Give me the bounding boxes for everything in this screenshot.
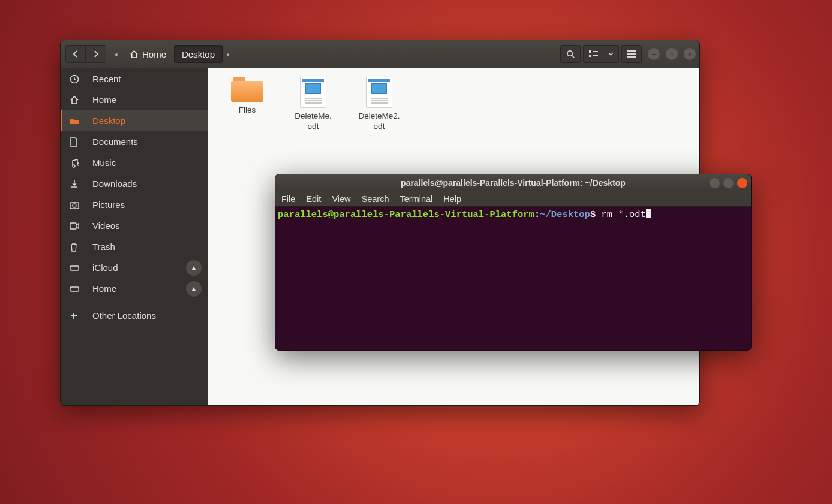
window-maximize-button[interactable]: ▫ — [666, 48, 678, 60]
sidebar-item-pictures[interactable]: Pictures — [61, 194, 208, 215]
sidebar: Recent Home Desktop Documents Music Down… — [61, 68, 208, 405]
document-icon — [70, 137, 80, 147]
terminal-titlebar[interactable]: parallels@parallels-Parallels-Virtual-Pl… — [275, 174, 751, 191]
music-icon — [70, 158, 80, 168]
eject-button[interactable]: ▲ — [186, 281, 202, 297]
svg-rect-13 — [70, 266, 79, 270]
svg-rect-4 — [589, 55, 591, 57]
sidebar-item-downloads[interactable]: Downloads — [61, 173, 208, 194]
prompt-dollar: $ — [590, 209, 602, 220]
sidebar-item-label: Home — [92, 283, 116, 294]
terminal-body[interactable]: parallels@parallels-Parallels-Virtual-Pl… — [275, 207, 751, 222]
prompt-colon: : — [534, 209, 540, 220]
sidebar-item-trash[interactable]: Trash — [61, 236, 208, 257]
cursor-icon — [646, 209, 651, 218]
menu-edit[interactable]: Edit — [306, 194, 321, 204]
home-icon — [130, 50, 139, 59]
sidebar-item-label: Trash — [92, 242, 115, 252]
video-icon — [70, 222, 80, 230]
view-dropdown-button[interactable] — [603, 45, 619, 63]
chevron-left-icon — [72, 50, 79, 58]
svg-rect-2 — [589, 50, 591, 53]
sidebar-item-label: Downloads — [92, 179, 137, 189]
file-label: DeleteMe2. odt — [355, 111, 404, 132]
svg-point-11 — [73, 204, 76, 207]
clock-icon — [70, 74, 80, 84]
sidebar-item-label: Music — [92, 158, 116, 168]
prompt-path: ~/Desktop — [540, 209, 590, 220]
window-close-button[interactable] — [737, 178, 747, 188]
sidebar-item-music[interactable]: Music — [61, 152, 208, 173]
menu-file[interactable]: File — [281, 194, 295, 204]
sidebar-item-videos[interactable]: Videos — [61, 215, 208, 236]
home-icon — [70, 95, 80, 105]
window-close-button[interactable]: × — [684, 48, 696, 60]
pathbar-home[interactable]: Home — [122, 45, 174, 63]
terminal-command: rm *.odt — [602, 209, 646, 220]
eject-icon: ▲ — [190, 285, 197, 293]
terminal-title-text: parallels@parallels-Parallels-Virtual-Pl… — [401, 178, 626, 188]
minimize-icon: − — [652, 50, 656, 58]
maximize-icon: ▫ — [671, 50, 673, 58]
eject-button[interactable]: ▲ — [186, 260, 202, 276]
svg-point-0 — [567, 50, 572, 55]
file-label: Files — [239, 105, 256, 116]
search-button[interactable] — [560, 45, 581, 63]
svg-rect-14 — [70, 287, 79, 291]
sidebar-item-desktop[interactable]: Desktop — [61, 110, 208, 131]
pathbar-desktop[interactable]: Desktop — [174, 45, 223, 63]
search-icon — [566, 50, 575, 59]
sidebar-item-label: iCloud — [92, 262, 118, 273]
menu-help[interactable]: Help — [443, 194, 461, 204]
sidebar-item-icloud[interactable]: iCloud ▲ — [61, 257, 208, 278]
sidebar-item-drive-home[interactable]: Home ▲ — [61, 278, 208, 299]
menu-search[interactable]: Search — [362, 194, 389, 204]
menu-terminal[interactable]: Terminal — [400, 194, 433, 204]
document-icon — [300, 77, 326, 108]
file-item-folder[interactable]: Files — [223, 77, 272, 132]
folder-icon — [70, 117, 80, 125]
hamburger-menu-button[interactable] — [621, 45, 642, 63]
drive-icon — [70, 285, 80, 292]
pathbar-label: Home — [142, 49, 166, 59]
window-maximize-button[interactable] — [723, 178, 734, 188]
prompt-user: parallels@parallels-Parallels-Virtual-Pl… — [278, 209, 534, 220]
sidebar-item-label: Other Locations — [92, 310, 156, 321]
sidebar-item-recent[interactable]: Recent — [61, 68, 208, 89]
view-toggle-button[interactable] — [583, 45, 603, 63]
pathbar-label: Desktop — [182, 49, 215, 59]
close-icon: × — [688, 50, 692, 58]
file-item-doc[interactable]: DeleteMe2. odt — [355, 77, 404, 132]
sidebar-item-documents[interactable]: Documents — [61, 131, 208, 152]
chevron-down-icon — [608, 52, 614, 56]
file-manager-header: ◂ Home Desktop ▸ — [61, 40, 699, 68]
folder-icon — [231, 77, 263, 102]
list-view-icon — [589, 50, 598, 58]
sidebar-item-label: Pictures — [92, 200, 125, 210]
forward-button[interactable] — [86, 45, 106, 63]
sidebar-item-label: Documents — [92, 137, 138, 147]
download-icon — [70, 179, 80, 189]
sidebar-item-other-locations[interactable]: Other Locations — [61, 305, 208, 326]
sidebar-item-label: Videos — [92, 221, 120, 231]
window-minimize-button[interactable] — [710, 178, 720, 188]
terminal-menubar: File Edit View Search Terminal Help — [275, 191, 751, 207]
path-separator-icon: ◂ — [110, 50, 122, 58]
sidebar-item-label: Recent — [92, 74, 121, 84]
nav-buttons — [65, 45, 106, 63]
terminal-window: parallels@parallels-Parallels-Virtual-Pl… — [275, 174, 752, 351]
window-minimize-button[interactable]: − — [648, 48, 660, 60]
svg-rect-5 — [593, 55, 598, 56]
sidebar-item-label: Desktop — [92, 116, 125, 126]
menu-view[interactable]: View — [332, 194, 350, 204]
svg-rect-3 — [593, 51, 598, 52]
plus-icon — [70, 312, 80, 320]
file-label: DeleteMe. odt — [289, 111, 338, 132]
back-button[interactable] — [65, 45, 86, 63]
file-item-doc[interactable]: DeleteMe. odt — [289, 77, 338, 132]
camera-icon — [70, 201, 80, 209]
sidebar-item-home[interactable]: Home — [61, 89, 208, 110]
drive-icon — [70, 264, 80, 271]
document-icon — [366, 77, 392, 108]
sidebar-item-label: Home — [92, 95, 116, 105]
